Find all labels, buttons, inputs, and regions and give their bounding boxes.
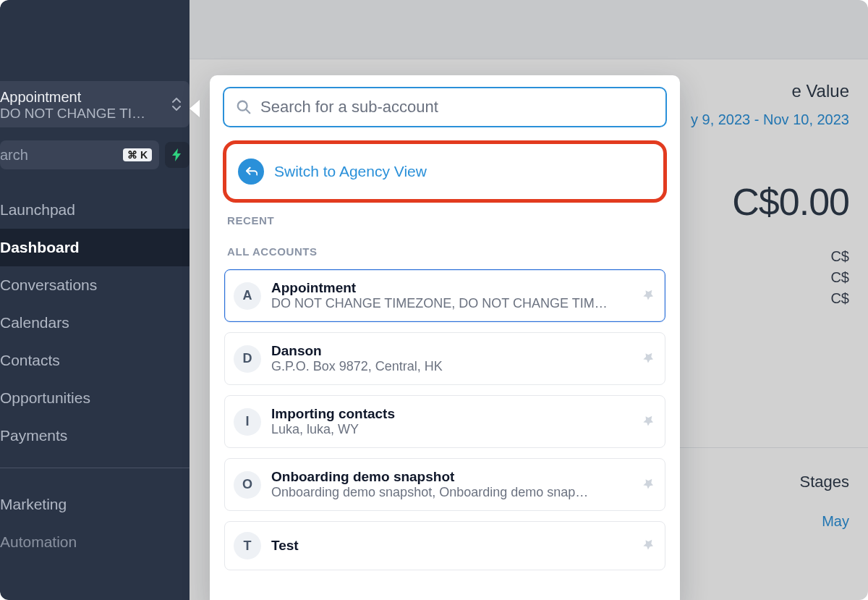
keyboard-shortcut-badge: ⌘ K [123,148,152,161]
search-icon [236,99,252,115]
bolt-icon [171,148,183,161]
nav-marketing[interactable]: Marketing [0,486,190,523]
sidebar-nav: Launchpad Dashboard Conversations Calend… [0,191,190,455]
account-subtitle: DO NOT CHANGE TI… [0,106,156,122]
subaccount-search[interactable] [223,87,667,127]
pin-icon[interactable] [637,473,659,496]
sidebar-search-placeholder: arch [0,147,28,164]
nav-calendars[interactable]: Calendars [0,304,190,342]
subaccount-search-input[interactable] [260,98,654,117]
account-item-appointment[interactable]: A Appointment DO NOT CHANGE TIMEZONE, DO… [224,269,665,322]
sidebar: Appointment DO NOT CHANGE TI… arch ⌘ K L… [0,0,190,600]
nav-opportunities[interactable]: Opportunities [0,379,190,417]
account-switcher[interactable]: Appointment DO NOT CHANGE TI… [0,81,190,127]
account-avatar: A [234,282,261,310]
account-item-name: Appointment [271,280,608,296]
account-item-test[interactable]: T Test [224,521,665,570]
pin-icon[interactable] [637,347,659,370]
account-item-name: Importing contacts [271,406,395,422]
account-item-desc: G.P.O. Box 9872, Central, HK [271,359,443,374]
pin-icon[interactable] [637,284,659,307]
svg-line-1 [246,109,250,114]
sidebar-divider [0,468,190,468]
nav-automation[interactable]: Automation [0,523,190,561]
account-item-name: Onboarding demo snapshot [271,469,588,485]
account-item-name: Test [271,538,299,554]
bolt-button[interactable] [165,142,190,168]
switch-agency-label: Switch to Agency View [274,163,427,180]
account-item-desc: DO NOT CHANGE TIMEZONE, DO NOT CHANGE TI… [271,296,608,311]
account-avatar: I [234,408,261,436]
back-arrow-icon [238,159,264,185]
account-item-desc: Luka, luka, WY [271,422,395,437]
tutorial-highlight: Switch to Agency View [223,140,667,203]
account-item-desc: Onboarding demo snapshot, Onboarding dem… [271,485,588,500]
account-item-danson[interactable]: D Danson G.P.O. Box 9872, Central, HK [224,332,665,385]
account-item-name: Danson [271,343,443,359]
popover-arrow [190,100,200,117]
switch-agency-view[interactable]: Switch to Agency View [238,159,652,185]
nav-conversations[interactable]: Conversations [0,266,190,304]
account-item-onboarding[interactable]: O Onboarding demo snapshot Onboarding de… [224,458,665,511]
section-all-accounts: ALL ACCOUNTS [227,245,663,258]
account-avatar: O [234,471,261,499]
account-avatar: T [234,532,261,559]
account-name: Appointment [0,88,156,106]
app-window: e Value y 9, 2023 - Nov 10, 2023 C$0.00 … [0,0,868,600]
section-recent: RECENT [227,214,663,227]
pin-icon[interactable] [637,534,659,557]
nav-contacts[interactable]: Contacts [0,342,190,379]
account-list: A Appointment DO NOT CHANGE TIMEZONE, DO… [223,269,667,570]
nav-dashboard[interactable]: Dashboard [0,229,190,266]
account-avatar: D [234,345,261,373]
subaccount-dropdown: Switch to Agency View RECENT ALL ACCOUNT… [210,75,680,600]
pin-icon[interactable] [637,410,659,433]
nav-payments[interactable]: Payments [0,417,190,455]
nav-launchpad[interactable]: Launchpad [0,191,190,229]
sidebar-search[interactable]: arch ⌘ K [0,140,159,169]
chevron-up-down-icon [172,98,181,111]
account-item-importing[interactable]: I Importing contacts Luka, luka, WY [224,395,665,448]
top-header-bar [190,0,868,59]
